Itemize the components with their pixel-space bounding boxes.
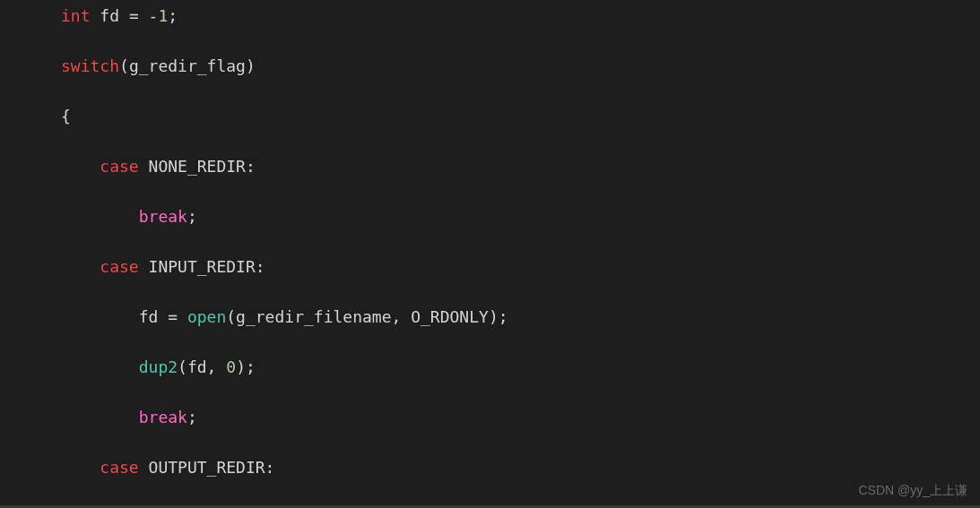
code-line: case NONE_REDIR:: [0, 154, 980, 179]
keyword-break: break: [139, 408, 187, 426]
code-line: break;: [0, 204, 980, 229]
keyword-case: case: [100, 257, 138, 276]
keyword-break: break: [139, 207, 187, 226]
keyword-case: case: [100, 157, 138, 176]
code-line: dup2(fd, 0);: [0, 355, 980, 380]
code-line: case OUTPUT_REDIR:: [0, 455, 980, 480]
code-line: case INPUT_REDIR:: [0, 254, 980, 280]
case-label: INPUT_REDIR: [149, 257, 256, 276]
keyword-case: case: [100, 458, 138, 477]
code-line: switch(g_redir_flag): [0, 54, 980, 79]
ident-flag: g_redir_flag: [129, 56, 246, 75]
case-label: OUTPUT_REDIR: [149, 458, 265, 477]
keyword-switch: switch: [61, 56, 119, 75]
keyword-int: int: [61, 6, 91, 25]
code-line: fd = open(g_redir_filename, O_RDONLY);: [0, 305, 980, 330]
code-line: int fd = -1;: [0, 4, 980, 29]
ident-fd: fd: [100, 6, 119, 25]
func-dup2: dup2: [139, 357, 178, 376]
code-line: break;: [0, 405, 980, 430]
case-label: NONE_REDIR: [149, 157, 246, 176]
code-block: int fd = -1; switch(g_redir_flag) { case…: [0, 0, 980, 508]
code-line: {: [0, 104, 980, 129]
func-open: open: [187, 307, 226, 326]
